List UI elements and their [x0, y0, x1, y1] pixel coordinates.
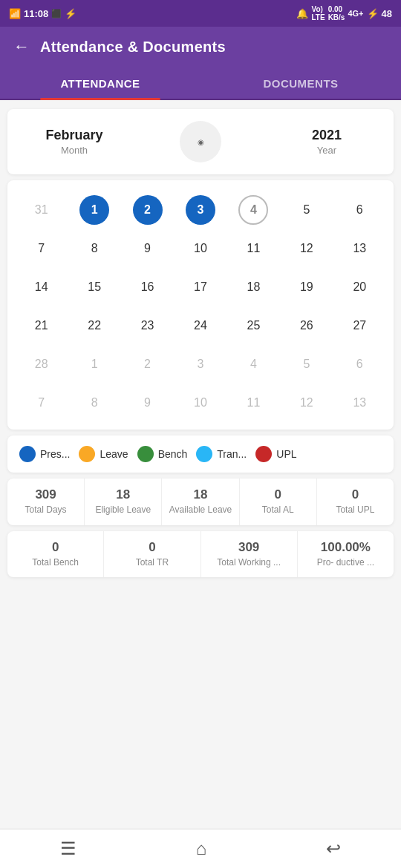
menu-icon[interactable]: ☰	[60, 838, 76, 859]
stats-cell: 18Eligible Leave	[85, 479, 162, 525]
status-time: 11:08	[24, 8, 48, 19]
stats-cell: 18Available Leave	[162, 479, 239, 525]
calendar-day[interactable]: 10	[174, 384, 226, 422]
battery-icon: ⚡	[367, 8, 379, 19]
calendar-day[interactable]: 16	[121, 268, 174, 306]
calendar-day[interactable]: 7	[15, 384, 68, 422]
month-label: Month	[61, 145, 88, 156]
stats-label: Total Bench	[13, 557, 97, 569]
calendar-day[interactable]: 8	[68, 384, 120, 422]
calendar-day[interactable]: 3	[174, 345, 226, 384]
stats-value: 309	[207, 540, 291, 555]
legend-dot-leave	[79, 446, 95, 462]
calendar-day[interactable]: 9	[121, 229, 174, 268]
stats-value: 18	[91, 487, 155, 502]
stats-card-row2: 0Total Bench0Total TR309Total Working ..…	[7, 531, 394, 578]
legend-item-transfer: Tran...	[196, 446, 247, 462]
calendar-day[interactable]: 17	[174, 268, 226, 306]
stats-row-1: 309Total Days18Eligible Leave18Available…	[7, 479, 394, 525]
stats-cell: 309Total Working ...	[201, 531, 298, 578]
calendar-day[interactable]: 27	[333, 306, 386, 345]
calendar-day[interactable]: 15	[68, 268, 120, 306]
calendar-day[interactable]: 2	[121, 345, 174, 384]
calendar-day[interactable]: 7	[15, 229, 68, 268]
back-nav-icon[interactable]: ↩	[326, 838, 341, 859]
tab-bar: ATTENDANCE DOCUMENTS	[0, 67, 401, 100]
calendar-day[interactable]: 22	[68, 306, 120, 345]
legend-dot-upl	[255, 446, 272, 462]
status-right: 🔔 Vo)LTE 0.00KB/s 4G+ ⚡ 48	[296, 5, 392, 22]
calendar-day[interactable]: 5	[280, 345, 333, 384]
stats-value: 100.00%	[304, 540, 388, 555]
calendar-day[interactable]: 4	[227, 345, 280, 384]
calendar-day[interactable]: 1	[68, 345, 120, 384]
legend: Pres...LeaveBenchTran...UPL	[7, 435, 394, 473]
legend-item-bench: Bench	[137, 446, 188, 462]
stats-value: 309	[13, 487, 78, 502]
stats-cell: 0Total UPL	[317, 479, 394, 525]
year-label: Year	[317, 145, 336, 156]
bottom-nav: ☰ ⌂ ↩	[0, 829, 401, 868]
stats-label: Available Leave	[168, 504, 232, 516]
legend-dot-transfer	[196, 446, 212, 462]
sim-icon: ⬛	[51, 9, 62, 19]
calendar-day[interactable]: 31	[15, 191, 68, 229]
signal-icon: 📶	[9, 8, 21, 19]
month-year-selector[interactable]: February Month ◉ 2021 Year	[7, 109, 394, 174]
calendar-day[interactable]: 25	[227, 306, 280, 345]
calendar-day[interactable]: 1	[68, 191, 120, 229]
calendar-day[interactable]: 23	[121, 306, 174, 345]
calendar-day[interactable]: 5	[280, 191, 333, 229]
calendar-day[interactable]: 24	[174, 306, 226, 345]
calendar-day[interactable]: 3	[174, 191, 226, 229]
status-left: 📶 11:08 ⬛ ⚡	[9, 8, 76, 19]
calendar-day[interactable]: 9	[121, 384, 174, 422]
data-speed: 0.00KB/s	[328, 5, 345, 22]
home-icon[interactable]: ⌂	[196, 838, 207, 859]
stats-label: Total TR	[110, 557, 194, 569]
tab-attendance[interactable]: ATTENDANCE	[0, 67, 200, 99]
legend-dot-present	[19, 446, 36, 462]
tab-documents[interactable]: DOCUMENTS	[200, 67, 401, 99]
calendar-day[interactable]: 11	[227, 384, 280, 422]
legend-item-present: Pres...	[19, 446, 70, 462]
calendar-day[interactable]: 11	[227, 229, 280, 268]
stats-value: 0	[323, 487, 388, 502]
calendar-day[interactable]: 6	[333, 191, 386, 229]
stats-label: Total Working ...	[207, 557, 291, 569]
calendar-day[interactable]: 26	[280, 306, 333, 345]
calendar-day[interactable]: 20	[333, 268, 386, 306]
calendar-day[interactable]: 28	[15, 345, 68, 384]
calendar-day[interactable]: 18	[227, 268, 280, 306]
back-button[interactable]: ←	[13, 37, 30, 56]
stats-label: Pro- ductive ...	[304, 557, 388, 569]
calendar-day[interactable]: 4	[227, 191, 280, 229]
alarm-icon: 🔔	[296, 8, 308, 19]
calendar-day[interactable]: 8	[68, 229, 120, 268]
header: ← Attendance & Documents	[0, 27, 401, 67]
stats-row-2: 0Total Bench0Total TR309Total Working ..…	[7, 531, 394, 578]
calendar-day[interactable]: 12	[280, 384, 333, 422]
calendar-day[interactable]: 12	[280, 229, 333, 268]
calendar-day[interactable]: 13	[333, 384, 386, 422]
page-title: Attendance & Documents	[40, 39, 226, 56]
legend-dot-bench	[137, 446, 154, 462]
stats-value: 0	[246, 487, 310, 502]
calendar-day[interactable]: 6	[333, 345, 386, 384]
legend-label-transfer: Tran...	[217, 448, 247, 460]
stats-value: 18	[168, 487, 232, 502]
stats-label: Total AL	[246, 504, 310, 516]
calendar-day[interactable]: 10	[174, 229, 226, 268]
year-section[interactable]: 2021 Year	[275, 128, 379, 156]
network-icon: Vo)LTE	[311, 5, 325, 22]
calendar-day[interactable]: 19	[280, 268, 333, 306]
stats-label: Total UPL	[323, 504, 388, 516]
legend-label-upl: UPL	[276, 448, 296, 460]
month-section[interactable]: February Month	[22, 128, 126, 156]
calendar-day[interactable]: 2	[121, 191, 174, 229]
calendar-day[interactable]: 21	[15, 306, 68, 345]
calendar-day[interactable]: 14	[15, 268, 68, 306]
stats-card-row1: 309Total Days18Eligible Leave18Available…	[7, 479, 394, 525]
status-bar: 📶 11:08 ⬛ ⚡ 🔔 Vo)LTE 0.00KB/s 4G+ ⚡ 48	[0, 0, 401, 27]
calendar-day[interactable]: 13	[333, 229, 386, 268]
